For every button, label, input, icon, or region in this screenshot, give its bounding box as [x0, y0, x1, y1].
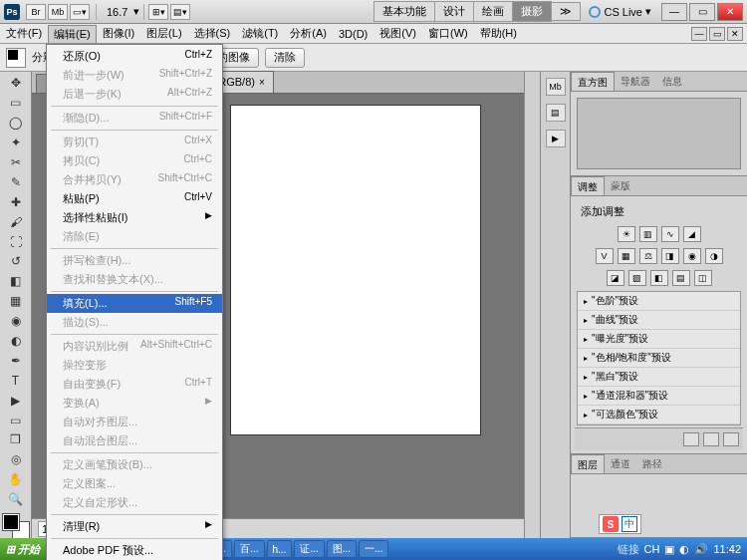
menu-view[interactable]: 视图(V): [374, 24, 422, 43]
move-tool[interactable]: ✥: [5, 74, 27, 93]
curves-icon[interactable]: ∿: [661, 226, 679, 242]
path-select-tool[interactable]: ▶: [5, 391, 27, 410]
menu-select[interactable]: 选择(S): [188, 24, 237, 43]
canvas[interactable]: [231, 106, 480, 434]
clear-button[interactable]: 清除: [265, 48, 305, 68]
menu-item[interactable]: 填充(L)...Shift+F5: [47, 294, 222, 313]
cslive-button[interactable]: CS Live▾: [589, 5, 651, 18]
history-icon[interactable]: ▤: [546, 104, 566, 122]
levels-icon[interactable]: ▥: [639, 226, 657, 242]
crop-tool[interactable]: ✂: [5, 153, 27, 172]
foreground-color[interactable]: [3, 514, 19, 530]
mdi-restore[interactable]: ▭: [709, 27, 725, 41]
tab-masks[interactable]: 蒙版: [605, 176, 636, 195]
type-tool[interactable]: T: [5, 371, 27, 390]
dodge-tool[interactable]: ◐: [5, 332, 27, 351]
taskbar-item[interactable]: 百...: [234, 540, 264, 558]
tab-navigator[interactable]: 导航器: [615, 72, 656, 91]
eyedropper-tool[interactable]: ✎: [5, 172, 27, 191]
menu-item[interactable]: Adobe PDF 预设...: [47, 541, 222, 560]
workspace-tab-painting[interactable]: 绘画: [473, 1, 513, 22]
tab-adjustments[interactable]: 调整: [571, 176, 605, 195]
tab-channels[interactable]: 通道: [605, 454, 636, 473]
menu-item[interactable]: 清理(R)▶: [47, 517, 222, 536]
preset-item[interactable]: "通道混和器"预设: [578, 387, 740, 406]
menu-edit[interactable]: 编辑(E): [48, 25, 97, 43]
menu-item[interactable]: 粘贴(P)Ctrl+V: [47, 189, 222, 208]
zoom-tool[interactable]: 🔍: [5, 490, 27, 509]
vibrance-icon[interactable]: V: [596, 248, 614, 264]
preset-item[interactable]: "色相/饱和度"预设: [578, 349, 740, 368]
tray-lang[interactable]: CH: [644, 543, 660, 555]
workspace-more[interactable]: ≫: [551, 2, 581, 21]
menu-layer[interactable]: 图层(L): [140, 24, 187, 43]
menu-help[interactable]: 帮助(H): [474, 24, 523, 43]
tray-link[interactable]: 链接: [618, 542, 639, 557]
bridge-button[interactable]: Br: [26, 4, 46, 20]
tray-icon[interactable]: ◐: [679, 543, 689, 556]
tab-paths[interactable]: 路径: [636, 454, 668, 473]
hsl-icon[interactable]: ▦: [618, 248, 635, 264]
actions-icon[interactable]: ▶: [546, 130, 566, 147]
trash-icon[interactable]: [723, 432, 739, 446]
menu-filter[interactable]: 滤镜(T): [236, 24, 284, 43]
menu-item[interactable]: 还原(O)Ctrl+Z: [47, 47, 222, 66]
tool-preset-picker[interactable]: [6, 48, 26, 68]
history-brush-tool[interactable]: ↺: [5, 252, 27, 271]
arrange-button[interactable]: ⊞▾: [148, 4, 168, 20]
preset-item[interactable]: "黑白"预设: [578, 368, 740, 387]
preset-item[interactable]: "色阶"预设: [578, 292, 740, 311]
tray-icon[interactable]: 🔊: [694, 543, 708, 556]
clip-icon[interactable]: [683, 432, 699, 446]
minimize-button[interactable]: —: [661, 3, 687, 21]
3d-tool[interactable]: ❒: [5, 430, 27, 449]
menu-file[interactable]: 文件(F): [0, 24, 48, 43]
preset-item[interactable]: "曲线"预设: [578, 311, 740, 330]
gradient-map-icon[interactable]: ▤: [672, 270, 690, 286]
brush-tool[interactable]: 🖌: [5, 212, 27, 231]
tab-info[interactable]: 信息: [656, 72, 688, 91]
invert-icon[interactable]: ◪: [607, 270, 624, 286]
marquee-tool[interactable]: ▭: [5, 94, 27, 113]
close-icon[interactable]: ×: [259, 77, 265, 88]
selective-color-icon[interactable]: ◫: [694, 270, 712, 286]
brightness-icon[interactable]: ☀: [618, 226, 635, 242]
maximize-button[interactable]: ▭: [689, 3, 715, 21]
hand-tool[interactable]: ✋: [5, 470, 27, 489]
blur-tool[interactable]: ◉: [5, 312, 27, 331]
extras-button[interactable]: ▤▾: [170, 4, 190, 20]
quick-select-tool[interactable]: ✦: [5, 134, 27, 152]
minibridge-button[interactable]: Mb: [48, 4, 68, 20]
collapsed-panel-strip[interactable]: [524, 72, 540, 538]
channel-mixer-icon[interactable]: ◑: [705, 248, 723, 264]
menu-item[interactable]: 选择性粘贴(I)▶: [47, 208, 222, 227]
menu-analysis[interactable]: 分析(A): [284, 24, 333, 43]
lasso-tool[interactable]: ◯: [5, 114, 27, 133]
color-balance-icon[interactable]: ⚖: [639, 248, 657, 264]
workspace-tab-photography[interactable]: 摄影: [512, 1, 552, 22]
menu-image[interactable]: 图像(I): [97, 24, 140, 43]
color-swatches[interactable]: [3, 514, 29, 539]
pen-tool[interactable]: ✒: [5, 351, 27, 370]
preset-item[interactable]: "曝光度"预设: [578, 330, 740, 349]
preset-item[interactable]: "可选颜色"预设: [578, 406, 740, 424]
eraser-tool[interactable]: ◧: [5, 272, 27, 291]
stamp-tool[interactable]: ⛶: [5, 232, 27, 251]
exposure-icon[interactable]: ◢: [683, 226, 701, 242]
3d-camera-tool[interactable]: ◎: [5, 450, 27, 469]
reset-icon[interactable]: [703, 432, 719, 446]
clock[interactable]: 11:42: [713, 543, 741, 555]
bw-icon[interactable]: ◨: [661, 248, 679, 264]
mdi-close[interactable]: ✕: [727, 27, 743, 41]
zoom-percent[interactable]: 16.7: [107, 6, 127, 18]
tab-layers[interactable]: 图层: [571, 454, 605, 473]
sogou-icon[interactable]: S: [603, 516, 619, 532]
workspace-tab-design[interactable]: 设计: [434, 1, 474, 22]
shape-tool[interactable]: ▭: [5, 411, 27, 429]
taskbar-item[interactable]: 一...: [359, 540, 388, 558]
ime-lang-icon[interactable]: 中: [622, 516, 637, 532]
tab-histogram[interactable]: 直方图: [571, 72, 615, 91]
menu-window[interactable]: 窗口(W): [422, 24, 474, 43]
close-button[interactable]: ✕: [717, 3, 743, 21]
workspace-tab-essentials[interactable]: 基本功能: [374, 1, 435, 22]
